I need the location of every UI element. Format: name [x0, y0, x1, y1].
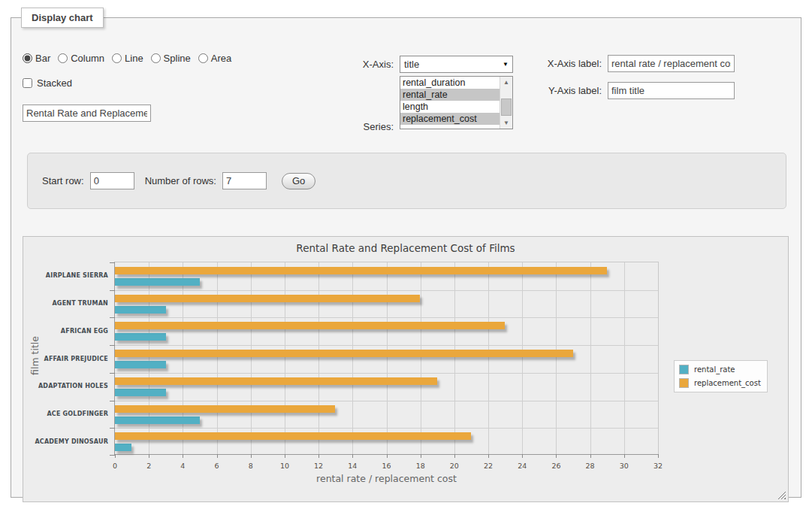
x-tick-mark	[183, 454, 183, 458]
x-tick-label: 20	[450, 462, 459, 470]
legend-item-replacement_cost: replacement_cost	[679, 378, 761, 388]
x-tick-mark	[285, 454, 285, 458]
bar-replacement_cost	[115, 350, 573, 357]
x-tick-label: 16	[382, 462, 391, 470]
x-tick-label: 4	[180, 462, 185, 470]
bar-rental_rate	[115, 306, 166, 314]
x-tick-label: 14	[348, 462, 357, 470]
bar-replacement_cost	[115, 377, 437, 385]
x-tick-label: 8	[249, 462, 253, 470]
stacked-row: Stacked	[23, 77, 72, 89]
chart-type-option-line[interactable]: Line	[112, 53, 143, 64]
gridline-h	[115, 290, 658, 291]
x-tick-mark	[387, 454, 388, 458]
y-tick-mark	[110, 290, 115, 291]
num-rows-input[interactable]	[222, 172, 267, 189]
x-tick-label: 10	[280, 462, 289, 470]
y-axis-label-label: Y-Axis label:	[484, 85, 602, 96]
category-label: AFRICAN EGG	[18, 328, 108, 335]
gridline-v	[488, 262, 489, 454]
x-axis-label-input[interactable]	[608, 55, 735, 72]
chart-type-radio-column[interactable]	[58, 53, 68, 63]
x-tick-label: 28	[586, 462, 595, 470]
x-axis-title: rental rate / replacement cost	[114, 473, 659, 484]
y-tick-mark	[110, 455, 115, 456]
legend-label: replacement_cost	[694, 379, 761, 387]
x-tick-label: 26	[551, 462, 560, 470]
go-button[interactable]: Go	[282, 173, 315, 189]
bar-replacement_cost	[115, 405, 335, 413]
x-tick-label: 2	[146, 462, 151, 470]
chart-type-label: Bar	[35, 53, 50, 64]
bar-replacement_cost	[115, 322, 505, 329]
x-axis-select-label: X-Axis:	[297, 59, 394, 70]
series-option-replacement_cost[interactable]: replacement_cost	[400, 113, 500, 125]
chart-type-label: Area	[211, 53, 231, 64]
chart-type-radio-group: BarColumnLineSplineArea	[23, 53, 236, 64]
chart-type-option-bar[interactable]: Bar	[23, 53, 50, 64]
gridline-v	[387, 262, 388, 454]
gridline-v	[352, 262, 353, 454]
x-tick-mark	[522, 454, 523, 458]
stacked-checkbox[interactable]	[23, 78, 32, 88]
gridline-v	[318, 262, 319, 454]
gridline-h	[115, 317, 658, 318]
chart-type-radio-area[interactable]	[198, 53, 208, 63]
chart-type-option-area[interactable]: Area	[198, 53, 231, 64]
category-label: ADAPTATION HOLES	[18, 383, 108, 389]
y-tick-mark	[110, 373, 115, 374]
x-tick-mark	[624, 454, 625, 458]
gridline-v	[454, 262, 455, 454]
x-tick-mark	[217, 454, 218, 458]
y-tick-mark	[110, 401, 115, 401]
x-tick-label: 0	[113, 462, 117, 470]
row-range-bar: Start row: Number of rows: Go	[27, 153, 786, 209]
gridline-v	[556, 262, 557, 454]
y-axis-label-input[interactable]	[608, 82, 735, 99]
scrollbar-thumb[interactable]	[501, 98, 512, 116]
x-tick-mark	[421, 454, 421, 458]
bar-rental_rate	[115, 333, 166, 341]
scroll-down-icon[interactable]: ▼	[500, 117, 512, 129]
chart-type-radio-line[interactable]	[112, 53, 122, 63]
chart-type-option-spline[interactable]: Spline	[151, 53, 191, 64]
x-tick-mark	[251, 454, 252, 458]
x-tick-mark	[352, 454, 353, 458]
chart-type-radio-bar[interactable]	[23, 53, 32, 63]
gridline-v	[285, 262, 285, 454]
y-tick-mark	[110, 262, 115, 263]
series-select-label: Series:	[297, 121, 394, 132]
series-option-length[interactable]: length	[400, 101, 500, 113]
category-label: AGENT TRUMAN	[18, 300, 108, 307]
x-tick-label: 12	[314, 462, 323, 470]
series-multiselect[interactable]: rental_durationrental_ratelengthreplacem…	[400, 76, 513, 129]
chart-type-radio-spline[interactable]	[151, 53, 161, 63]
bar-rental_rate	[115, 361, 166, 368]
category-label: ACADEMY DINOSAUR	[18, 438, 108, 445]
y-tick-mark	[110, 345, 115, 346]
x-tick-mark	[658, 454, 659, 458]
bar-replacement_cost	[115, 267, 607, 274]
x-tick-mark	[318, 454, 319, 458]
gridline-h	[115, 401, 658, 401]
start-row-label: Start row:	[42, 175, 84, 186]
chart-type-label: Spline	[164, 53, 191, 64]
num-rows-label: Number of rows:	[145, 175, 216, 186]
bar-rental_rate	[115, 417, 200, 424]
gridline-v	[217, 262, 218, 454]
legend-item-rental_rate: rental_rate	[679, 365, 761, 374]
bar-rental_rate	[115, 444, 131, 451]
start-row-input[interactable]	[90, 172, 134, 189]
gridline-v	[149, 262, 149, 454]
legend-swatch	[679, 378, 689, 388]
x-tick-label: 22	[484, 462, 493, 470]
chart-type-option-column[interactable]: Column	[58, 53, 104, 64]
resize-handle-icon[interactable]	[777, 491, 786, 499]
bar-replacement_cost	[115, 432, 471, 440]
chart-title-input[interactable]	[23, 105, 151, 122]
y-axis-title: film title	[29, 336, 41, 375]
x-tick-mark	[115, 454, 116, 458]
legend-swatch	[679, 365, 689, 374]
panel-title: Display chart	[21, 8, 104, 28]
x-tick-mark	[454, 454, 455, 458]
